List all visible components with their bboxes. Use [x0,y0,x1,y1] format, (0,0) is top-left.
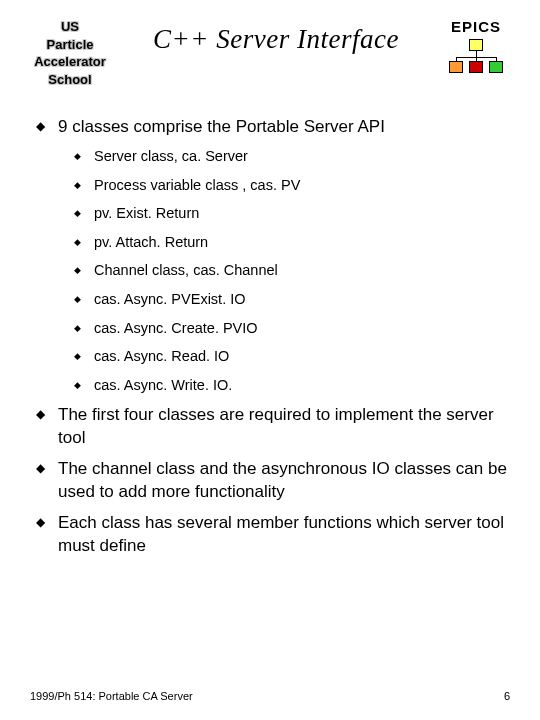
slide-title: C++ Server Interface [110,18,442,55]
logo-line: US [30,18,110,36]
sub-bullet-list: Server class, ca. Server Process variabl… [58,147,510,395]
logo-line: Accelerator [30,53,110,71]
logo-line: Particle [30,36,110,54]
sub-bullet-item: pv. Exist. Return [74,204,510,224]
sub-bullet-item: Server class, ca. Server [74,147,510,167]
epics-icon [448,39,504,73]
sub-bullet-item: cas. Async. Write. IO. [74,376,510,396]
bullet-text: 9 classes comprise the Portable Server A… [58,117,385,136]
epics-label: EPICS [442,18,510,35]
bullet-list: 9 classes comprise the Portable Server A… [30,116,510,558]
sub-bullet-item: Channel class, cas. Channel [74,261,510,281]
footer-left: 1999/Ph 514: Portable CA Server [30,690,193,702]
bullet-item: Each class has several member functions … [36,512,510,558]
sub-bullet-item: cas. Async. PVExist. IO [74,290,510,310]
slide-header: US Particle Accelerator School C++ Serve… [30,18,510,88]
sub-bullet-item: Process variable class , cas. PV [74,176,510,196]
epics-logo: EPICS [442,18,510,73]
page-number: 6 [504,690,510,702]
bullet-item: The channel class and the asynchronous I… [36,458,510,504]
bullet-item: 9 classes comprise the Portable Server A… [36,116,510,395]
slide-footer: 1999/Ph 514: Portable CA Server 6 [30,690,510,702]
slide-body: 9 classes comprise the Portable Server A… [30,116,510,558]
sub-bullet-item: cas. Async. Read. IO [74,347,510,367]
uspas-logo: US Particle Accelerator School [30,18,110,88]
sub-bullet-item: cas. Async. Create. PVIO [74,319,510,339]
sub-bullet-item: pv. Attach. Return [74,233,510,253]
logo-line: School [30,71,110,89]
bullet-item: The first four classes are required to i… [36,404,510,450]
